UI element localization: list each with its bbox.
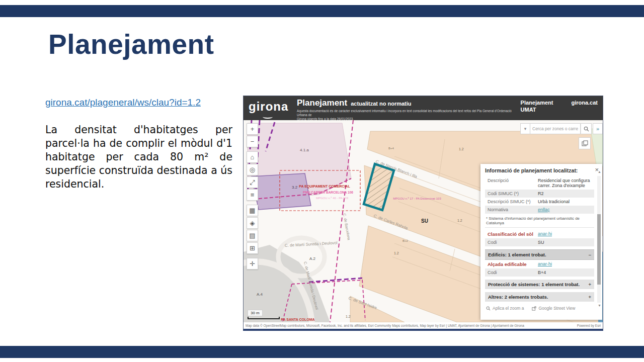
- scroll-down-icon[interactable]: ▼: [598, 304, 601, 307]
- body-paragraph: La densitat d'habitatges per parcel·la h…: [45, 123, 232, 191]
- anar-hi-link[interactable]: anar-hi: [538, 231, 592, 236]
- slide: Planejament girona.cat/plageneral/ws/cla…: [0, 0, 644, 362]
- normativa-link[interactable]: enllaç: [538, 207, 592, 212]
- plan-label: MPGOU n.º 17 - PA Disseminat 103: [393, 197, 441, 200]
- app-subtitle: actualitzat no normatiu: [351, 101, 411, 107]
- building-purple-32: [252, 173, 311, 210]
- zone-label: A.2: [309, 256, 316, 261]
- row-label: Codi SIMUC (*): [488, 191, 538, 196]
- basemap-icon[interactable]: ▦: [247, 205, 258, 216]
- row-value: Urbà tradicional: [538, 199, 592, 204]
- external-link-icon: [532, 306, 536, 311]
- table-row: Normativa enllaç: [485, 206, 594, 214]
- zone-label: 1.2: [346, 315, 351, 318]
- apply-zoom-link[interactable]: Aplica el zoom a: [486, 306, 524, 311]
- zone-label: 1.2: [459, 147, 464, 151]
- panel-title: Informació de planejament localitzat:: [485, 167, 594, 173]
- table-row: Descripció Residencial que configura car…: [485, 176, 594, 190]
- header-unit-name[interactable]: UMAT: [521, 107, 553, 113]
- zoom-out-icon[interactable]: −: [247, 136, 258, 147]
- section-header-label: Protecció de sistemes: 1 element trobat.: [488, 282, 580, 287]
- plan-label: PA EQUIPAMENT COMERCIAL: [299, 185, 350, 189]
- row-label: Normativa: [488, 207, 538, 212]
- girona-logo-smile-icon: [263, 115, 273, 119]
- section-label: Classificació del sòl: [488, 231, 538, 237]
- layers-icon[interactable]: ◈: [247, 217, 258, 229]
- row-value: SU: [538, 240, 592, 245]
- search-input[interactable]: [530, 123, 581, 134]
- row-label: Codi: [488, 270, 538, 275]
- section-proteccio[interactable]: Protecció de sistemes: 1 element trobat.…: [485, 280, 594, 289]
- panel-scrollbar-thumb[interactable]: [597, 214, 601, 285]
- expand-icon[interactable]: +: [588, 282, 591, 287]
- girona-logo[interactable]: girona: [249, 100, 288, 114]
- print-icon[interactable]: ▤: [247, 230, 258, 241]
- disclaimer-line-1: Aquesta documentació és de caràcter excl…: [297, 109, 518, 117]
- anar-hi-link[interactable]: anar-hi: [538, 261, 592, 266]
- plan-label: PA SANTA COLOMA: [281, 318, 314, 321]
- section-header-label: Edificis: 1 element trobat.: [488, 252, 546, 257]
- scroll-up-icon[interactable]: ▲: [598, 170, 601, 173]
- table-row: Descripció SIMUC (*) Urbà tradicional: [485, 198, 594, 206]
- page-title: Planejament: [48, 28, 214, 60]
- panel-footnote: * Sistema d'informació del planejament u…: [485, 214, 594, 228]
- table-row: Alçada edificable anar-hi: [485, 260, 594, 268]
- street-label: C. de Martí Sureda i Deulovol: [285, 241, 338, 248]
- attribution-text: Map data © OpenStreetMap contributors, M…: [246, 324, 524, 327]
- measure-icon[interactable]: ⊞: [247, 242, 258, 254]
- extent-icon[interactable]: ⤢: [247, 176, 258, 188]
- app-title: Planejament: [297, 98, 347, 108]
- home-icon[interactable]: ⌂: [247, 151, 258, 163]
- map-attribution: Map data © OpenStreetMap contributors, M…: [244, 322, 603, 329]
- search-icon[interactable]: [581, 123, 592, 134]
- overview-map-icon[interactable]: [579, 137, 591, 149]
- bottom-accent-bar: [0, 346, 644, 358]
- pan-icon[interactable]: ✛: [247, 258, 258, 269]
- search-filter-dropdown-icon[interactable]: ▾: [520, 123, 530, 134]
- search-widget: ▾ »: [520, 123, 603, 134]
- header-app-name[interactable]: Planejament: [521, 100, 553, 106]
- row-value: B+4: [538, 270, 592, 275]
- row-label: Codi: [488, 240, 538, 245]
- zone-label: 4.1.a: [300, 148, 309, 152]
- expand-icon[interactable]: +: [588, 294, 591, 300]
- top-accent-bar: [0, 5, 644, 17]
- zone-label: 1.2: [394, 251, 399, 255]
- row-label: Descripció SIMUC (*): [488, 199, 538, 204]
- powered-by-esri: Powered by Esri: [577, 324, 601, 327]
- row-label: Descripció: [488, 178, 538, 183]
- section-altres[interactable]: Altres: 2 elements trobats. +: [485, 292, 594, 302]
- header-site-link[interactable]: girona.cat: [571, 100, 598, 113]
- zone-label: B+4: [388, 147, 394, 150]
- street-label: C. de Barcelona: [342, 213, 351, 241]
- scale-bar: 30 m: [248, 307, 280, 319]
- table-row: Codi B+4: [485, 268, 594, 277]
- section-edificis[interactable]: Edificis: 1 element trobat. –: [485, 249, 594, 260]
- search-expand-button[interactable]: »: [593, 123, 603, 134]
- collapse-icon[interactable]: –: [589, 252, 591, 257]
- row-value: R2: [538, 191, 592, 196]
- locate-icon[interactable]: ◎: [247, 164, 258, 175]
- planejament-app-screenshot: girona Planejament actualitzat no normat…: [243, 96, 603, 331]
- plan-label: MPGOU n.º 46 - PA 103: [316, 197, 349, 200]
- zone-label: SU: [421, 218, 428, 224]
- plan-label: PMU CARRER BARCELONA 106: [303, 191, 353, 194]
- legend-icon[interactable]: ≡: [247, 189, 258, 201]
- zoom-to-icon: [486, 306, 491, 311]
- table-row: Classificació del sòl anar-hi: [485, 230, 594, 238]
- row-value: Residencial que configura carrer. Zona d…: [538, 178, 592, 188]
- panel-footer: Aplica el zoom a Google Street View: [485, 302, 594, 311]
- app-title-block: Planejament actualitzat no normatiu Aque…: [297, 98, 518, 120]
- street-view-link[interactable]: Google Street View: [532, 306, 575, 311]
- zone-label: A.4: [257, 292, 263, 297]
- table-row: Codi SIMUC (*) R2: [485, 190, 594, 198]
- scale-line: [248, 317, 280, 319]
- zone-label: 3.2: [292, 185, 298, 190]
- table-row: Codi SU: [485, 238, 594, 246]
- map-area: C. de Narcís Blanch i Illa C. de Carles …: [244, 120, 603, 322]
- zoom-in-icon[interactable]: +: [247, 123, 258, 135]
- source-link[interactable]: girona.cat/plageneral/ws/clau?id=1.2: [45, 97, 201, 108]
- map-toolbar: + − ⌂ ◎ ⤢ ≡ ▦ ◈ ▤ ⊞ ✛: [247, 123, 258, 269]
- app-header: girona Planejament actualitzat no normat…: [244, 96, 603, 120]
- section-label: Alçada edificable: [488, 261, 538, 267]
